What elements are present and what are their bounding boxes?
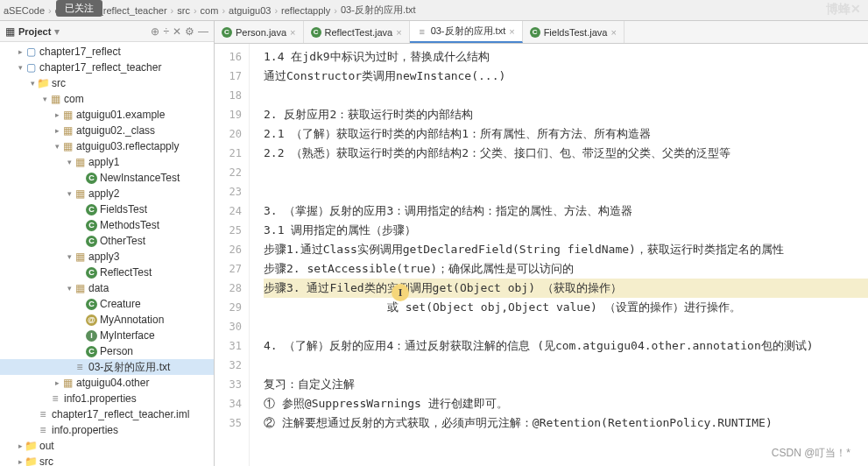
code-line[interactable]: 步骤3. 通过Filed类的实例调用get(Object obj) （获取的操作… <box>264 279 868 298</box>
tree-twisty[interactable]: ▸ <box>53 110 61 119</box>
code-line[interactable]: 通过Constructor类调用newInstance(...) <box>264 67 868 86</box>
tree-item[interactable]: ≡info1.properties <box>0 391 214 406</box>
tree-item[interactable]: CNewInstanceTest <box>0 170 214 186</box>
editor-tab[interactable]: CPerson.java× <box>215 21 304 43</box>
tree-item[interactable]: @MyAnnotation <box>0 312 214 328</box>
header-icon[interactable]: ÷ <box>163 25 169 38</box>
breadcrumb-item[interactable]: aSECode <box>4 5 45 16</box>
tree-twisty[interactable]: ▾ <box>53 142 61 151</box>
code-line[interactable]: 或 set(Object obj,Object value) （设置的操作）进行… <box>264 298 868 317</box>
tree-item[interactable]: ▸▦atguigu01.example <box>0 107 214 123</box>
code-line[interactable] <box>264 182 868 201</box>
breadcrumb-item[interactable]: com <box>201 5 219 16</box>
breadcrumb-sep: › <box>334 5 337 16</box>
code-line[interactable]: 2. 反射应用2：获取运行时类的内部结构 <box>264 105 868 124</box>
code-area[interactable]: 1.4 在jdk9中标识为过时，替换成什么结构通过Constructor类调用n… <box>250 44 868 466</box>
breadcrumb-item[interactable]: reflectapply <box>281 5 330 16</box>
tab-close[interactable]: × <box>290 27 295 38</box>
tree-twisty[interactable]: ▾ <box>65 252 74 261</box>
tree-item[interactable]: CFieldsTest <box>0 201 214 217</box>
tree-item[interactable]: CPerson <box>0 343 214 359</box>
tree-item[interactable]: CCreature <box>0 296 214 312</box>
editor-tab[interactable]: CFieldsTest.java× <box>523 21 625 43</box>
class-c-icon: C <box>86 236 97 247</box>
tree-twisty[interactable]: ▾ <box>65 284 74 293</box>
tree-item[interactable]: IMyInterface <box>0 328 214 343</box>
tree-item[interactable]: ▸▢chapter17_reflect <box>0 44 214 60</box>
code-line[interactable]: ① 参照@SuppressWarnings 进行创建即可。 <box>264 394 868 413</box>
tree-item[interactable]: ▸▦atguigu02._class <box>0 123 214 138</box>
tree-item[interactable]: ▾▦atguigu03.reflectapply <box>0 138 214 154</box>
breadcrumb-item[interactable]: src <box>177 5 190 16</box>
caret-indicator: I <box>392 284 409 301</box>
code-line[interactable]: 3. （掌握）反射的应用3：调用指定的结构：指定的属性、方法、构造器 <box>264 201 868 221</box>
header-icon[interactable]: ✕ <box>173 25 181 38</box>
tree-item[interactable]: ▸📁out <box>0 438 214 454</box>
code-line[interactable]: 步骤2. setAccessible(true)；确保此属性是可以访问的 <box>264 259 868 279</box>
tree-item[interactable]: ▾▦com <box>0 91 214 107</box>
editor-tab[interactable]: CReflectTest.java× <box>304 21 410 43</box>
tree-item[interactable]: ▾▦apply3 <box>0 249 214 265</box>
header-icon[interactable]: ⊕ <box>151 25 159 38</box>
code-line[interactable] <box>264 163 868 182</box>
tree-twisty[interactable]: ▸ <box>16 47 25 56</box>
header-icon[interactable]: — <box>198 25 208 38</box>
tree-item[interactable]: ▸▦atguigu04.other <box>0 375 214 391</box>
tree-item[interactable]: ▾📁src <box>0 75 214 91</box>
header-icon[interactable]: ⚙ <box>185 25 194 38</box>
tree-item[interactable]: CMethodsTest <box>0 217 214 233</box>
code-line[interactable] <box>264 317 868 336</box>
project-tree[interactable]: ▸▢chapter17_reflect▾▢chapter17_reflect_t… <box>0 42 214 466</box>
tree-item[interactable]: ▾▦data <box>0 280 214 296</box>
code-line[interactable] <box>264 356 868 375</box>
line-number: 35 <box>215 413 242 433</box>
code-line[interactable]: 2.2 （熟悉）获取运行时类的内部结构2：父类、接口们、包、带泛型的父类、父类的… <box>264 144 868 163</box>
folder-icon: 📁 <box>25 440 37 452</box>
tree-label: atguigu04.other <box>76 377 149 389</box>
tree-label: atguigu01.example <box>76 109 165 121</box>
code-line[interactable] <box>264 86 868 105</box>
tree-twisty[interactable]: ▾ <box>40 95 49 103</box>
tree-item[interactable]: ▾▢chapter17_reflect_teacher <box>0 60 214 75</box>
code-line[interactable]: 1.4 在jdk9中标识为过时，替换成什么结构 <box>264 47 868 67</box>
class-c-icon: C <box>86 299 97 310</box>
iml-icon: ≡ <box>37 408 49 420</box>
tree-item[interactable]: ▾▦apply2 <box>0 186 214 201</box>
tree-item[interactable]: COtherTest <box>0 233 214 249</box>
line-number: 21 <box>215 144 242 163</box>
tree-twisty[interactable]: ▸ <box>16 441 25 450</box>
tree-item[interactable]: CReflectTest <box>0 265 214 280</box>
project-toggle-icon[interactable]: ▦ <box>5 25 15 38</box>
tree-twisty[interactable]: ▸ <box>53 378 61 387</box>
tree-twisty[interactable]: ▾ <box>16 63 25 72</box>
tab-close[interactable]: × <box>509 26 514 37</box>
code-line[interactable]: 3.1 调用指定的属性（步骤） <box>264 221 868 240</box>
code-line[interactable]: 2.1 （了解）获取运行时类的内部结构1：所有属性、所有方法、所有构造器 <box>264 124 868 144</box>
tree-twisty[interactable]: ▾ <box>28 79 37 88</box>
editor-tab[interactable]: ≡03-反射的应用.txt× <box>410 21 523 43</box>
code-line[interactable]: ② 注解要想通过反射的方式获取，必须声明元注解：@Retention(Reten… <box>264 413 868 433</box>
tree-label: src <box>39 455 53 466</box>
tree-item[interactable]: ▸📁src <box>0 454 214 466</box>
tree-twisty[interactable]: ▾ <box>65 158 74 166</box>
tree-label: atguigu02._class <box>76 124 155 137</box>
code-line[interactable]: 步骤1.通过Class实例调用getDeclaredField(String f… <box>264 240 868 259</box>
tree-item[interactable]: ≡info.properties <box>0 422 214 438</box>
tree-item[interactable]: ▾▦apply1 <box>0 154 214 170</box>
tree-twisty[interactable]: ▸ <box>53 126 61 135</box>
tab-close[interactable]: × <box>396 27 401 38</box>
tree-item[interactable]: ≡chapter17_reflect_teacher.iml <box>0 406 214 422</box>
tree-twisty[interactable]: ▾ <box>65 189 74 198</box>
editor[interactable]: 1617181920212223242526272829303132333435… <box>215 44 868 466</box>
dropdown-icon[interactable]: ▾ <box>54 25 60 38</box>
tree-label: FieldsTest <box>100 203 147 215</box>
code-line[interactable]: 4. （了解）反射的应用4：通过反射获取注解的信息 (见com.atguigu0… <box>264 336 868 356</box>
line-number: 24 <box>215 201 242 221</box>
breadcrumb-item[interactable]: 03-反射的应用.txt <box>341 4 416 17</box>
tab-close[interactable]: × <box>610 27 616 38</box>
tree-item[interactable]: ≡03-反射的应用.txt <box>0 359 214 375</box>
module-icon: ▢ <box>25 46 37 58</box>
tree-twisty[interactable]: ▸ <box>16 457 25 466</box>
breadcrumb-item[interactable]: atguigu03 <box>229 5 271 16</box>
code-line[interactable]: 复习：自定义注解 <box>264 375 868 394</box>
